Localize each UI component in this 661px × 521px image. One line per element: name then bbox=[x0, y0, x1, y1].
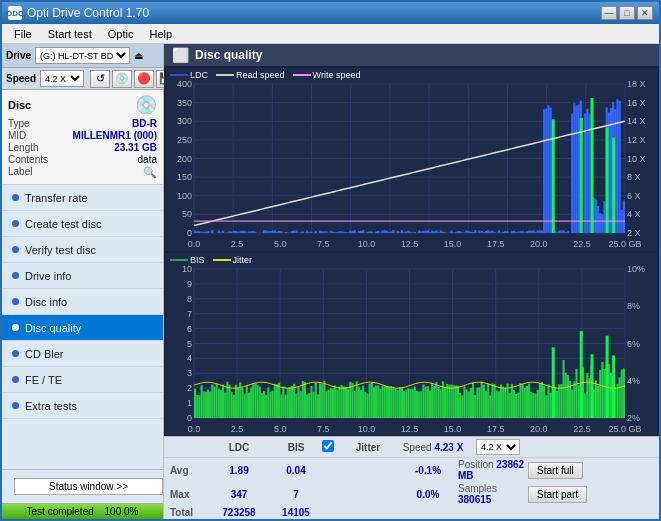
refresh-icon[interactable]: ↺ bbox=[90, 70, 110, 88]
left-sidebar: Drive (G:) HL-DT-ST BD-RE WH16NS48 1.D3 … bbox=[2, 44, 164, 519]
drive-bar: Drive (G:) HL-DT-ST BD-RE WH16NS48 1.D3 … bbox=[2, 44, 163, 68]
menu-bar: File Start test Optic Help bbox=[2, 24, 659, 44]
disc-type-label: Type bbox=[8, 118, 30, 129]
start-part-button[interactable]: Start part bbox=[528, 486, 587, 503]
disc-contents-value: data bbox=[138, 154, 157, 165]
speed-val: 4.23 X bbox=[434, 442, 463, 453]
disc-mid-label: MID bbox=[8, 130, 26, 141]
maximize-button[interactable]: □ bbox=[619, 6, 635, 20]
nav-bullet bbox=[12, 402, 19, 409]
right-panel: ⬜ Disc quality LDC Read speed bbox=[164, 44, 659, 519]
disc-title: Disc bbox=[8, 99, 31, 111]
disc-image-icon: 💿 bbox=[135, 94, 157, 116]
sh-ldc: LDC bbox=[208, 442, 270, 453]
drive-label: Drive bbox=[6, 50, 31, 61]
avg-jitter: -0.1% bbox=[398, 465, 458, 476]
title-buttons: — □ ✕ bbox=[601, 6, 653, 20]
nav-bullet bbox=[12, 350, 19, 357]
total-bis: 14105 bbox=[270, 507, 322, 518]
speed-select[interactable]: 4.2 X bbox=[40, 70, 84, 87]
avg-label: Avg bbox=[170, 465, 208, 476]
minimize-button[interactable]: — bbox=[601, 6, 617, 20]
nav-fe-te-label: FE / TE bbox=[25, 374, 62, 386]
close-button[interactable]: ✕ bbox=[637, 6, 653, 20]
panel-header: ⬜ Disc quality bbox=[164, 44, 659, 66]
jitter-checkbox[interactable] bbox=[322, 440, 334, 452]
nav-extra-tests[interactable]: Extra tests bbox=[2, 393, 163, 419]
max-label: Max bbox=[170, 489, 208, 500]
status-window-button[interactable]: Status window >> bbox=[14, 478, 163, 495]
nav-fe-te[interactable]: FE / TE bbox=[2, 367, 163, 393]
total-ldc: 723258 bbox=[208, 507, 270, 518]
content-area: Drive (G:) HL-DT-ST BD-RE WH16NS48 1.D3 … bbox=[2, 44, 659, 519]
app-window: ODC Opti Drive Control 1.70 — □ ✕ File S… bbox=[0, 0, 661, 521]
total-label: Total bbox=[170, 507, 208, 518]
menu-optic[interactable]: Optic bbox=[100, 26, 142, 42]
progress-label: Test completed 100.0% bbox=[2, 506, 163, 517]
menu-help[interactable]: Help bbox=[141, 26, 180, 42]
nav-cd-bler-label: CD Bler bbox=[25, 348, 64, 360]
nav-bullet bbox=[12, 220, 19, 227]
nav-bullet bbox=[12, 376, 19, 383]
start-part-area: Start part bbox=[528, 486, 588, 503]
chart1-wrap: LDC Read speed Write speed bbox=[166, 68, 657, 251]
nav-disc-info[interactable]: Disc info bbox=[2, 289, 163, 315]
nav-transfer-rate[interactable]: Transfer rate bbox=[2, 185, 163, 211]
chart2-canvas bbox=[166, 253, 657, 436]
avg-ldc: 1.89 bbox=[208, 465, 270, 476]
speed-dropdown[interactable]: 4.2 X bbox=[476, 439, 520, 455]
nav-verify-test-disc[interactable]: Verify test disc bbox=[2, 237, 163, 263]
nav-drive-info-label: Drive info bbox=[25, 270, 71, 282]
bottom-stats: LDC BIS Jitter Speed 4.23 X 4.2 X bbox=[164, 436, 659, 519]
max-row: Max 347 7 0.0% Samples 380615 Start part bbox=[164, 482, 659, 506]
nav-disc-quality[interactable]: Disc quality bbox=[2, 315, 163, 341]
panel-title: Disc quality bbox=[195, 48, 262, 62]
panel-icon: ⬜ bbox=[172, 47, 189, 63]
start-full-area: Start full bbox=[528, 462, 588, 479]
app-icon: ODC bbox=[8, 6, 22, 20]
nav-list: Transfer rate Create test disc Verify te… bbox=[2, 185, 163, 469]
sh-bis: BIS bbox=[270, 442, 322, 453]
disc-type-row: Type BD-R bbox=[8, 118, 157, 129]
disc-label-icon[interactable]: 🔍 bbox=[143, 166, 157, 179]
speed-label: Speed bbox=[6, 73, 36, 84]
disc-length-row: Length 23.31 GB bbox=[8, 142, 157, 153]
nav-disc-info-label: Disc info bbox=[25, 296, 67, 308]
disc-mid-value: MILLENMR1 (000) bbox=[73, 130, 157, 141]
nav-bullet bbox=[12, 298, 19, 305]
avg-row: Avg 1.89 0.04 -0.1% Position 23862 MB St… bbox=[164, 458, 659, 482]
status-text: Test completed bbox=[27, 506, 94, 517]
menu-start-test[interactable]: Start test bbox=[40, 26, 100, 42]
nav-drive-info[interactable]: Drive info bbox=[2, 263, 163, 289]
chart1-canvas bbox=[166, 68, 657, 251]
max-ldc: 347 bbox=[208, 489, 270, 500]
burn-icon[interactable]: 🔴 bbox=[134, 70, 154, 88]
nav-cd-bler[interactable]: CD Bler bbox=[2, 341, 163, 367]
disc-label-row: Label 🔍 bbox=[8, 166, 157, 179]
disc-icon[interactable]: 💿 bbox=[112, 70, 132, 88]
title-left: ODC Opti Drive Control 1.70 bbox=[8, 6, 149, 20]
menu-file[interactable]: File bbox=[6, 26, 40, 42]
chart2-wrap: BIS Jitter bbox=[166, 253, 657, 436]
stats-header: LDC BIS Jitter Speed 4.23 X 4.2 X bbox=[164, 437, 659, 458]
speed-bar: Speed 4.2 X ↺ 💿 🔴 💾 bbox=[2, 68, 163, 90]
nav-create-test-disc[interactable]: Create test disc bbox=[2, 211, 163, 237]
sh-speed: Speed 4.23 X bbox=[398, 442, 468, 453]
nav-bullet bbox=[12, 272, 19, 279]
max-bis: 7 bbox=[270, 489, 322, 500]
samples-label: Samples bbox=[458, 483, 497, 494]
status-window-area: Status window >> bbox=[2, 469, 163, 503]
max-jitter: 0.0% bbox=[398, 489, 458, 500]
disc-label-label: Label bbox=[8, 166, 32, 179]
window-title: Opti Drive Control 1.70 bbox=[27, 6, 149, 20]
sidebar-progress: Test completed 100.0% bbox=[2, 503, 163, 519]
nav-bullet bbox=[12, 324, 19, 331]
disc-type-value: BD-R bbox=[132, 118, 157, 129]
start-full-button[interactable]: Start full bbox=[528, 462, 583, 479]
eject-button[interactable]: ⏏ bbox=[134, 50, 143, 61]
disc-length-label: Length bbox=[8, 142, 39, 153]
drive-select[interactable]: (G:) HL-DT-ST BD-RE WH16NS48 1.D3 bbox=[35, 47, 130, 64]
nav-create-label: Create test disc bbox=[25, 218, 101, 230]
nav-transfer-rate-label: Transfer rate bbox=[25, 192, 88, 204]
disc-contents-label: Contents bbox=[8, 154, 48, 165]
